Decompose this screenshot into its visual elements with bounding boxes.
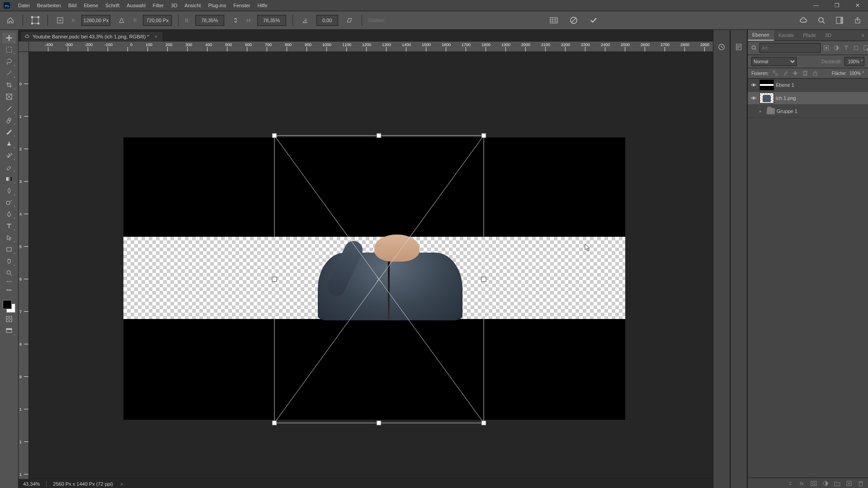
zoom-level[interactable]: 43,34% — [23, 481, 40, 487]
window-close-button[interactable]: ✕ — [847, 0, 868, 11]
history-panel-icon[interactable] — [718, 43, 725, 51]
warp-toggle-icon[interactable] — [548, 14, 560, 26]
document-tab[interactable]: Youtube Banner.psdc bei 43,3% (ich 1.png… — [20, 31, 163, 42]
link-layers-icon[interactable] — [787, 480, 794, 487]
layer-name[interactable]: ich 1.png — [776, 95, 866, 101]
frame-tool[interactable] — [2, 91, 16, 102]
transform-tool-icon[interactable] — [29, 14, 41, 26]
menu-bearbeiten[interactable]: Bearbeiten — [33, 1, 65, 10]
quickmask-toggle[interactable] — [2, 314, 16, 324]
doc-dimensions[interactable]: 2560 Px x 1440 Px (72 ppi) — [53, 481, 113, 487]
canvas-viewport[interactable] — [28, 52, 713, 479]
panel-menu-icon[interactable]: ≡ — [858, 33, 868, 38]
angle-input[interactable] — [316, 15, 338, 26]
gradient-tool[interactable] — [2, 174, 16, 184]
cloud-docs-icon[interactable] — [797, 14, 809, 26]
menu-ansicht[interactable]: Ansicht — [181, 1, 204, 10]
move-tool[interactable] — [2, 33, 16, 43]
zoom-tool[interactable] — [2, 267, 16, 278]
tab-ebenen[interactable]: Ebenen — [748, 30, 774, 41]
aspect-link-icon[interactable] — [230, 14, 241, 26]
new-layer-icon[interactable] — [845, 480, 853, 487]
y-coord-input[interactable] — [143, 15, 172, 26]
lock-pixels-icon[interactable] — [782, 70, 788, 76]
layers-list[interactable]: Ebene 1ich 1.png▸Gruppe 1 — [748, 79, 868, 478]
ruler-horizontal[interactable]: -400-300-200-100010020030040050060070080… — [28, 42, 713, 52]
window-maximize-button[interactable]: ❐ — [826, 0, 847, 11]
layer-row[interactable]: ▸Gruppe 1 — [748, 105, 868, 118]
group-disclosure-icon[interactable]: ▸ — [760, 109, 765, 113]
height-input[interactable] — [257, 15, 286, 26]
layers-filter-input[interactable] — [760, 43, 821, 53]
skew-h-icon[interactable] — [344, 14, 355, 26]
type-tool[interactable] — [2, 221, 16, 231]
menu-datei[interactable]: Datei — [14, 1, 33, 10]
layer-visibility-icon[interactable] — [750, 94, 758, 102]
layer-name[interactable]: Ebene 1 — [776, 82, 866, 88]
lock-transparent-icon[interactable] — [772, 70, 778, 76]
lock-position-icon[interactable] — [792, 70, 798, 76]
magic-wand-tool[interactable] — [2, 68, 16, 79]
canvas[interactable] — [123, 137, 625, 420]
lasso-tool[interactable] — [2, 56, 16, 67]
statusbar-caret-icon[interactable]: > — [120, 481, 123, 487]
home-icon[interactable] — [5, 14, 16, 26]
delete-layer-icon[interactable] — [857, 480, 864, 487]
share-icon[interactable] — [852, 14, 863, 26]
clone-stamp-tool[interactable] — [2, 138, 16, 149]
interpolation-label[interactable]: Glätten — [368, 18, 384, 23]
menu-schrift[interactable]: Schrift — [102, 1, 123, 10]
commit-transform-icon[interactable] — [588, 14, 599, 26]
crop-tool[interactable] — [2, 80, 16, 90]
tab-3d[interactable]: 3D — [821, 30, 836, 40]
layer-visibility-icon[interactable] — [750, 107, 758, 115]
filter-adjust-icon[interactable] — [833, 45, 840, 51]
ruler-vertical[interactable]: 01234567891111 — [19, 52, 29, 479]
tab-close-icon[interactable]: × — [155, 34, 157, 39]
hand-tool[interactable] — [2, 256, 16, 267]
tab-kanaele[interactable]: Kanäle — [774, 30, 798, 40]
layer-name[interactable]: Gruppe 1 — [777, 108, 866, 114]
fill-value[interactable]: 100% ˅ — [849, 71, 864, 76]
edit-toolbar-button[interactable] — [2, 285, 16, 296]
eyedropper-tool[interactable] — [2, 103, 16, 114]
marquee-tool[interactable] — [2, 44, 16, 55]
window-minimize-button[interactable]: — — [806, 0, 826, 11]
tab-pfade[interactable]: Pfade — [798, 30, 821, 40]
pen-tool[interactable] — [2, 209, 16, 220]
lock-all-icon[interactable] — [812, 70, 818, 76]
menu-plugins[interactable]: Plug-ins — [204, 1, 230, 10]
width-input[interactable] — [195, 15, 224, 26]
filter-smart-icon[interactable] — [863, 45, 868, 51]
delta-icon[interactable] — [116, 14, 127, 26]
color-swatches[interactable] — [3, 300, 15, 313]
blend-mode-select[interactable]: Normal — [751, 57, 797, 66]
adjustment-layer-icon[interactable] — [822, 480, 829, 487]
rectangle-tool[interactable] — [2, 244, 16, 255]
screenmode-toggle[interactable] — [2, 325, 16, 336]
menu-hilfe[interactable]: Hilfe — [254, 1, 271, 10]
filter-shape-icon[interactable] — [853, 45, 859, 51]
foreground-color-swatch[interactable] — [3, 300, 12, 309]
cancel-transform-icon[interactable] — [568, 14, 580, 26]
filter-pixel-icon[interactable] — [823, 45, 830, 51]
opacity-value[interactable]: 100% ˅ — [844, 57, 864, 66]
lock-artboard-icon[interactable] — [802, 70, 808, 76]
layer-mask-icon[interactable] — [810, 480, 817, 487]
menu-ebene[interactable]: Ebene — [80, 1, 102, 10]
dodge-tool[interactable] — [2, 197, 16, 208]
layer-row[interactable]: Ebene 1 — [748, 79, 868, 92]
menu-bild[interactable]: Bild — [65, 1, 80, 10]
menu-3d[interactable]: 3D — [167, 1, 181, 10]
reference-point-icon[interactable] — [54, 14, 66, 26]
blur-tool[interactable] — [2, 185, 16, 196]
new-group-icon[interactable] — [834, 480, 841, 487]
history-brush-tool[interactable] — [2, 150, 16, 161]
search-icon[interactable] — [816, 14, 827, 26]
layer-style-icon[interactable]: fx — [798, 480, 806, 487]
layer-thumbnail[interactable] — [760, 80, 774, 90]
workspace-switcher-icon[interactable] — [834, 14, 845, 26]
properties-panel-icon[interactable] — [735, 43, 742, 51]
filter-type-icon[interactable] — [843, 45, 849, 51]
layer-row[interactable]: ich 1.png — [748, 92, 868, 105]
